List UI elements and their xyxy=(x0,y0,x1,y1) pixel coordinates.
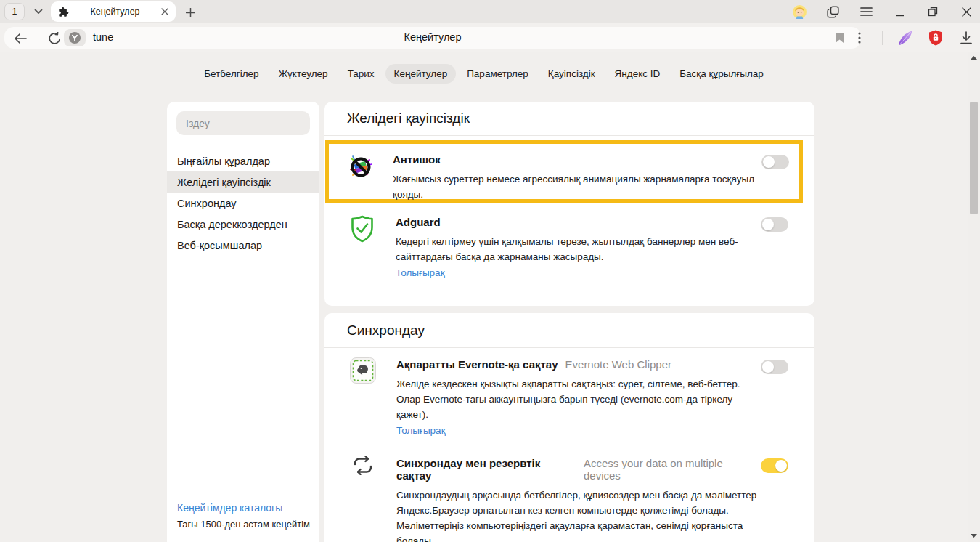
minimize-icon xyxy=(895,7,905,17)
adguard-toggle[interactable] xyxy=(761,217,788,232)
browser-tab[interactable]: Кеңейтулер xyxy=(51,1,176,22)
bookmark-button[interactable] xyxy=(832,31,846,45)
tab-bookmarks[interactable]: Бетбелгілер xyxy=(195,64,267,84)
tab-close-icon[interactable] xyxy=(161,8,168,15)
sync-icon xyxy=(348,456,378,475)
plus-icon xyxy=(186,8,195,17)
evernote-icon xyxy=(348,357,378,384)
page-actions-menu-button[interactable] xyxy=(852,30,867,46)
section-online-security: Желідегі қауіпсіздік xyxy=(324,102,814,306)
tab-count-value: 1 xyxy=(12,7,17,17)
tab-history[interactable]: Тарих xyxy=(339,64,383,84)
extensions-catalog-link[interactable]: Кеңейтімдер каталогы xyxy=(177,502,310,514)
page-scrollbar[interactable] xyxy=(968,52,980,542)
hamburger-icon xyxy=(860,7,873,17)
chevron-down-icon xyxy=(34,9,43,15)
extension-row-adguard: Adguard Кедергі келтірмеу үшін қалқымалы… xyxy=(324,203,814,279)
toggle-knob xyxy=(775,460,787,472)
tab-bar: 1 Кеңейтулер xyxy=(0,0,980,23)
section-sync: Синхрондау Ақпаратты Evernote-қа сақтау … xyxy=(324,313,814,542)
tab-settings[interactable]: Параметрлер xyxy=(458,64,537,84)
browser-menu-button[interactable] xyxy=(858,4,874,20)
extension-description: Жағымсыз суреттер немесе агрессиялық ани… xyxy=(393,172,761,203)
extension-name: Антишок xyxy=(393,153,441,166)
tab-downloads[interactable]: Жүктеулер xyxy=(270,64,337,84)
bookmark-flag-icon xyxy=(835,32,844,44)
antishock-toggle[interactable] xyxy=(761,155,789,169)
section-title: Синхрондау xyxy=(324,313,814,348)
tab-title: Кеңейтулер xyxy=(69,7,161,17)
extension-description: Синхрондаудың арқасында бетбелгілер, құп… xyxy=(396,488,761,542)
page-title: Кеңейтулер xyxy=(4,31,861,43)
sync-toggle[interactable] xyxy=(761,458,788,473)
more-link[interactable]: Толығырақ xyxy=(396,425,446,436)
extension-name: Синхрондау мен резервтік сақтау xyxy=(396,457,576,482)
extensions-sidebar: Ыңғайлы құралдар Желідегі қауіпсіздік Си… xyxy=(167,102,319,542)
tab-other-devices[interactable]: Басқа құрылғылар xyxy=(671,64,772,84)
feather-icon xyxy=(897,30,913,46)
window-minimize-button[interactable] xyxy=(891,4,907,20)
tab-list-chevron-button[interactable] xyxy=(29,3,48,20)
scrollbar-down-arrow[interactable] xyxy=(968,530,980,541)
highlight-box-antishock: Антишок Жағымсыз суреттер немесе агресси… xyxy=(325,140,803,203)
extension-description: Кедергі келтірмеу үшін қалқымалы терезе,… xyxy=(396,235,761,265)
sidebar-item-online-security[interactable]: Желідегі қауіпсіздік xyxy=(167,171,319,193)
sidebar-item-other-sources[interactable]: Басқа дереккөздерден xyxy=(167,214,319,235)
toolbar-divider xyxy=(882,31,883,45)
side-panels-button[interactable] xyxy=(825,4,841,20)
sidebar-list: Ыңғайлы құралдар Желідегі қауіпсіздік Си… xyxy=(167,150,319,256)
download-icon xyxy=(960,31,973,44)
scrollbar-up-arrow[interactable] xyxy=(968,52,980,62)
sidebar-item-convenient-tools[interactable]: Ыңғайлы құралдар xyxy=(167,150,319,171)
kebab-menu-icon xyxy=(858,32,861,44)
scrollbar-thumb[interactable] xyxy=(970,102,978,214)
address-bar[interactable]: tune Кеңейтулер xyxy=(4,27,861,49)
antishock-icon xyxy=(346,152,376,182)
extension-row-sync: Синхрондау мен резервтік сақтау Access y… xyxy=(324,437,814,542)
tab-counter[interactable]: 1 xyxy=(4,3,25,20)
puzzle-icon xyxy=(58,7,69,17)
avatar-icon xyxy=(793,5,807,19)
toggle-knob xyxy=(762,361,774,373)
toolbar: tune Кеңейтулер xyxy=(0,23,980,52)
extensions-catalog-note: Тағы 1500-ден астам кеңейтім xyxy=(177,519,310,530)
search-input[interactable] xyxy=(176,111,310,135)
protect-shield-button[interactable] xyxy=(928,30,944,46)
toggle-knob xyxy=(763,156,775,168)
extension-subtitle: Access your data on multiple devices xyxy=(584,457,761,482)
extension-name: Ақпаратты Evernote-қа сақтау xyxy=(396,358,558,371)
profile-avatar[interactable] xyxy=(791,4,807,20)
evernote-toggle[interactable] xyxy=(761,360,788,374)
extension-name: Adguard xyxy=(396,216,441,228)
window-close-button[interactable] xyxy=(958,4,974,20)
close-icon xyxy=(962,7,971,17)
new-tab-button[interactable] xyxy=(181,4,199,21)
section-title: Желідегі қауіпсіздік xyxy=(324,102,814,136)
sidebar-item-sync[interactable]: Синхрондау xyxy=(167,193,319,214)
extension-feather-button[interactable] xyxy=(897,30,913,46)
extension-description: Желіде кездескен қызықты ақпаратты сақта… xyxy=(396,377,761,423)
panels-icon xyxy=(826,5,840,19)
more-link[interactable]: Толығырақ xyxy=(396,267,445,278)
protect-shield-icon xyxy=(928,30,943,46)
restore-icon xyxy=(928,7,938,17)
extension-row-evernote: Ақпаратты Evernote-қа сақтау Evernote We… xyxy=(324,348,814,437)
sidebar-item-web-apps[interactable]: Веб-қосымшалар xyxy=(167,235,319,256)
window-restore-button[interactable] xyxy=(925,4,941,20)
tab-yandex-id[interactable]: Яндекс ID xyxy=(606,64,669,84)
toggle-knob xyxy=(762,219,774,230)
downloads-button[interactable] xyxy=(958,30,974,46)
extension-subtitle: Evernote Web Clipper xyxy=(565,358,671,371)
tab-extensions[interactable]: Кеңейтулер xyxy=(385,64,457,84)
settings-nav-tabs: Бетбелгілер Жүктеулер Тарих Кеңейтулер П… xyxy=(0,64,968,84)
adguard-shield-icon xyxy=(347,214,377,243)
tab-security[interactable]: Қауіпсіздік xyxy=(539,64,604,84)
